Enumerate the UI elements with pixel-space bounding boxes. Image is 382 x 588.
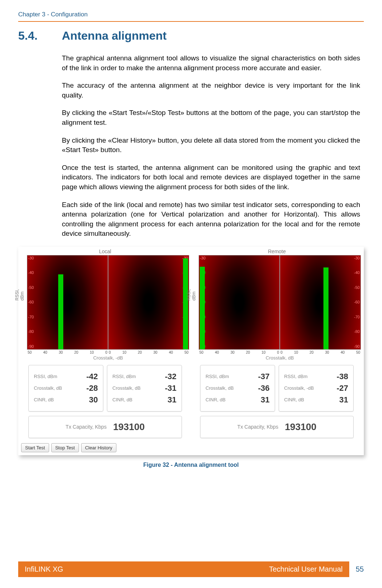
x-ticks: 50403020100	[199, 350, 280, 354]
page-footer: InfiLINK XG Technical User Manual 55	[18, 561, 364, 577]
remote-title: Remote	[193, 249, 361, 254]
remote-panel: Remote RSSI, dBm -30-40-50-60-70-80-90	[193, 249, 361, 438]
info-label: Crosstalk, dB	[34, 385, 62, 391]
figure-screenshot: Local RSSI, dBm -30-40-50-60-70-80-90	[18, 247, 364, 455]
page-number: 55	[356, 565, 364, 573]
info-value: 31	[261, 395, 270, 405]
info-label: Crosstalk, -dB	[284, 385, 314, 391]
footer-left: InfiLINK XG	[25, 565, 63, 573]
x-ticks: 50403020100	[27, 350, 108, 354]
figure-caption: Figure 32 - Antenna alignment tool	[18, 462, 364, 468]
y-ticks: -30-40-50-60-70-80-90	[354, 255, 360, 349]
info-label: RSSI, dBm	[206, 374, 229, 379]
info-label: RSSI, dBm	[284, 374, 307, 379]
signal-bar-icon	[183, 258, 188, 349]
info-label: CINR, dB	[112, 397, 132, 402]
info-value: -28	[86, 384, 98, 393]
y-ticks: -30-40-50-60-70-80-90	[28, 255, 34, 349]
info-box-local-a: RSSI, dBm-42 Crosstalk, dB-28 CINR, dB30	[28, 365, 103, 412]
info-label: CINR, dB	[284, 397, 304, 402]
clear-history-button[interactable]: Clear History	[81, 443, 116, 452]
info-value: -38	[337, 372, 348, 381]
info-label: RSSI, dBm	[34, 374, 57, 379]
y-axis-label: RSSI, dBm	[15, 288, 25, 301]
remote-chart-b: -30-40-50-60-70-80-90	[280, 255, 361, 350]
capacity-value: 193100	[285, 421, 317, 433]
info-box-local-b: RSSI, dBm-32 Crosstalk, dB-31 CINR, dB31	[107, 365, 182, 412]
info-label: Crosstalk, dB	[112, 385, 140, 391]
info-value: 30	[89, 395, 98, 405]
info-value: 31	[168, 395, 176, 405]
paragraph: The accuracy of the antenna alignment at…	[62, 81, 360, 100]
x-ticks: 01020304050	[280, 350, 361, 354]
capacity-value: 193100	[113, 421, 145, 433]
buttons-row: Start Test Stop Test Clear History	[21, 443, 361, 452]
paragraph: Each side of the link (local and remote)…	[62, 200, 360, 239]
signal-bar-icon	[323, 267, 329, 349]
signal-bar-icon	[200, 267, 205, 349]
header-divider	[18, 21, 364, 22]
x-axis-label: Crosstalk, dB	[199, 355, 361, 361]
capacity-label: Tx Capacity, Kbps	[65, 424, 107, 430]
local-chart-b: -30-40-50-60-70-80-90	[108, 255, 189, 350]
info-value: -31	[165, 384, 176, 393]
info-box-remote-b: RSSI, dBm-38 Crosstalk, -dB-27 CINR, dB3…	[279, 365, 354, 412]
info-value: -27	[337, 384, 348, 393]
capacity-box-remote: Tx Capacity, Kbps 193100	[200, 416, 354, 438]
chapter-header: Chapter 3 - Configuration	[18, 11, 364, 18]
paragraph: By clicking the «Clear History» button, …	[62, 136, 360, 155]
section-heading: 5.4.Antenna alignment	[18, 29, 364, 43]
paragraph: Once the test is started, the antenna al…	[62, 163, 360, 192]
capacity-label: Tx Capacity, Kbps	[237, 424, 278, 430]
remote-chart-a: -30-40-50-60-70-80-90	[199, 255, 280, 350]
section-number: 5.4.	[18, 29, 62, 43]
capacity-box-local: Tx Capacity, Kbps 193100	[28, 416, 182, 438]
info-value: -37	[258, 372, 270, 381]
signal-bar-icon	[58, 274, 63, 349]
info-label: Crosstalk, dB	[206, 385, 234, 391]
local-panel: Local RSSI, dBm -30-40-50-60-70-80-90	[21, 249, 189, 438]
info-value: 31	[339, 395, 348, 405]
local-title: Local	[21, 249, 189, 254]
start-test-button[interactable]: Start Test	[21, 443, 49, 452]
info-label: RSSI, dBm	[112, 374, 136, 379]
info-value: -36	[258, 384, 270, 393]
info-value: -42	[86, 372, 98, 381]
local-chart-a: -30-40-50-60-70-80-90	[27, 255, 108, 350]
paragraph: The graphical antenna alignment tool all…	[62, 53, 360, 73]
info-box-remote-a: RSSI, dBm-37 Crosstalk, dB-36 CINR, dB31	[200, 365, 275, 412]
y-axis-label: RSSI, dBm	[186, 288, 196, 301]
x-axis-label: Crosstalk, -dB	[27, 355, 189, 361]
paragraph: By clicking the «Start Test»/«Stop Test»…	[62, 108, 360, 127]
footer-right: Technical User Manual	[269, 565, 342, 573]
info-label: CINR, dB	[206, 397, 226, 402]
section-title: Antenna alignment	[62, 29, 167, 42]
x-ticks: 01020304050	[108, 350, 189, 354]
info-label: CINR, dB	[34, 397, 54, 402]
info-value: -32	[165, 372, 176, 381]
stop-test-button[interactable]: Stop Test	[51, 443, 79, 452]
